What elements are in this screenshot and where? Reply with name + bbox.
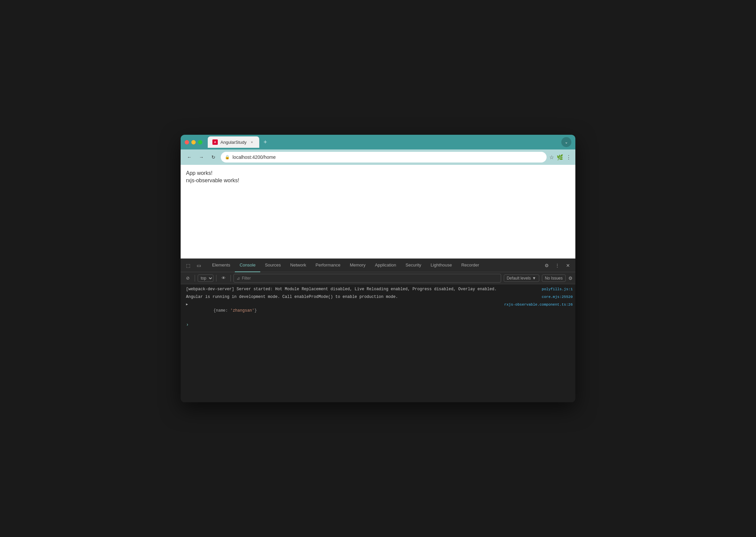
- console-message-3-link[interactable]: rxjs-observable.component.ts:26: [504, 302, 573, 308]
- traffic-lights: [185, 140, 202, 144]
- page-line-1: App works!: [186, 170, 570, 176]
- devtools-tabs-list: Elements Console Sources Network Perform…: [207, 259, 542, 272]
- url-display: localhost:4200/home: [232, 154, 543, 160]
- back-button[interactable]: ←: [185, 152, 194, 162]
- page-line-2: rxjs-observable works!: [186, 178, 570, 184]
- console-toolbar: ⊘ top 👁 ⊿ Filter Default levels ▼ No Iss…: [181, 272, 575, 284]
- maximize-button[interactable]: [198, 140, 202, 144]
- minimize-button[interactable]: [191, 140, 196, 144]
- more-options-icon[interactable]: ⋮: [553, 261, 562, 270]
- reload-button[interactable]: ↻: [209, 152, 218, 162]
- console-message-2: Angular is running in development mode. …: [181, 293, 575, 301]
- prompt-arrow: ›: [186, 322, 189, 327]
- address-actions: ☆ 🌿 ⋮: [549, 154, 571, 160]
- toolbar-divider-1: [195, 275, 195, 282]
- tab-recorder[interactable]: Recorder: [457, 259, 484, 272]
- devtools-tab-bar: ⬚ ▭ Elements Console Sources Network Per…: [181, 259, 575, 272]
- no-issues-button[interactable]: No Issues: [542, 275, 566, 282]
- tab-performance[interactable]: Performance: [311, 259, 345, 272]
- clear-console-button[interactable]: ⊘: [183, 274, 192, 283]
- close-devtools-icon[interactable]: ✕: [563, 261, 573, 270]
- tab-close-button[interactable]: ×: [249, 139, 255, 145]
- console-prompt[interactable]: ›: [181, 321, 575, 329]
- title-bar: A AngularStudy × + ⌄: [181, 135, 575, 149]
- new-tab-button[interactable]: +: [261, 137, 270, 147]
- devtools-icon-group: ⬚ ▭: [183, 261, 203, 270]
- console-message-3-text: {name: 'zhangsan'}: [189, 302, 501, 320]
- address-input[interactable]: 🔒 localhost:4200/home: [221, 152, 547, 163]
- tab-network[interactable]: Network: [286, 259, 311, 272]
- active-tab[interactable]: A AngularStudy ×: [208, 136, 259, 148]
- tab-elements[interactable]: Elements: [207, 259, 235, 272]
- expand-object-icon[interactable]: ▶: [186, 302, 188, 308]
- console-message-3: ▶ {name: 'zhangsan'} rxjs-observable.com…: [181, 301, 575, 321]
- tab-security[interactable]: Security: [401, 259, 426, 272]
- tab-memory[interactable]: Memory: [345, 259, 370, 272]
- console-output: [webpack-dev-server] Server started: Hot…: [181, 284, 575, 402]
- tab-dropdown-button[interactable]: ⌄: [561, 137, 571, 147]
- tab-sources[interactable]: Sources: [260, 259, 286, 272]
- toolbar-divider-3: [230, 275, 231, 282]
- tab-console[interactable]: Console: [235, 259, 260, 272]
- inspect-element-icon[interactable]: ⬚: [183, 261, 193, 270]
- tab-application[interactable]: Application: [370, 259, 401, 272]
- forward-button[interactable]: →: [197, 152, 206, 162]
- filter-input[interactable]: ⊿ Filter: [233, 274, 501, 283]
- console-message-1-link[interactable]: polyfills.js:1: [542, 286, 573, 292]
- browser-window: A AngularStudy × + ⌄ ← → ↻ 🔒 localhost:4…: [181, 135, 575, 402]
- tab-favicon: A: [212, 139, 218, 145]
- tab-bar: A AngularStudy × +: [208, 136, 559, 148]
- close-button[interactable]: [185, 140, 189, 144]
- profile-icon[interactable]: 🌿: [557, 154, 563, 160]
- console-message-1-text: [webpack-dev-server] Server started: Hot…: [186, 286, 539, 292]
- settings-icon[interactable]: ⚙: [542, 261, 551, 270]
- console-settings-icon[interactable]: ⚙: [568, 276, 573, 281]
- default-levels-dropdown[interactable]: Default levels ▼: [504, 275, 539, 282]
- toolbar-divider-2: [216, 275, 216, 282]
- console-message-2-text: Angular is running in development mode. …: [186, 294, 539, 300]
- filter-icon: ⊿: [237, 276, 240, 281]
- lock-icon: 🔒: [225, 155, 230, 159]
- device-toolbar-icon[interactable]: ▭: [194, 261, 203, 270]
- star-icon[interactable]: ☆: [549, 154, 554, 160]
- tab-title: AngularStudy: [220, 140, 247, 145]
- menu-icon[interactable]: ⋮: [566, 154, 571, 160]
- address-bar: ← → ↻ 🔒 localhost:4200/home ☆ 🌿 ⋮: [181, 149, 575, 165]
- page-content: App works! rxjs-observable works!: [181, 165, 575, 258]
- devtools-actions: ⚙ ⋮ ✕: [542, 261, 573, 270]
- context-selector[interactable]: top: [198, 275, 213, 282]
- console-message-2-link[interactable]: core.mjs:25520: [542, 294, 573, 300]
- console-message-1: [webpack-dev-server] Server started: Hot…: [181, 286, 575, 293]
- eye-icon[interactable]: 👁: [219, 274, 228, 283]
- filter-placeholder: Filter: [242, 276, 251, 281]
- devtools-panel: ⬚ ▭ Elements Console Sources Network Per…: [181, 258, 575, 402]
- tab-lighthouse[interactable]: Lighthouse: [426, 259, 457, 272]
